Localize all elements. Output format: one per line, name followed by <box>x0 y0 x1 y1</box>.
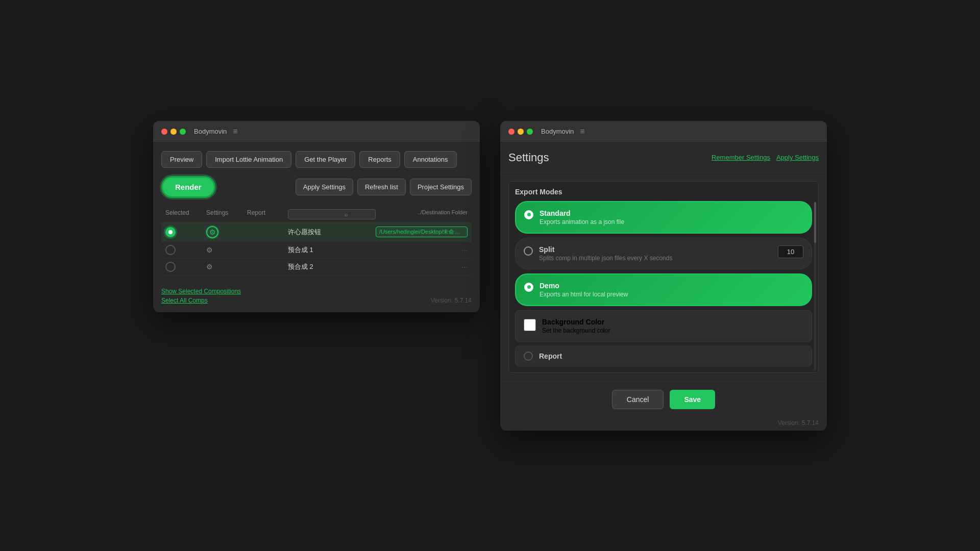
comp-name-1: 许心愿按钮 <box>288 228 376 237</box>
right-titlebar: Bodymovin ≡ <box>500 121 827 143</box>
background-color-option[interactable]: Background Color Set the background colo… <box>515 310 812 342</box>
apply-settings-button[interactable]: Apply Settings <box>296 179 353 195</box>
menu-icon[interactable]: ≡ <box>233 127 237 136</box>
scrollbar-track[interactable] <box>814 202 816 370</box>
save-button[interactable]: Save <box>670 390 715 409</box>
right-version: Version: 5.7.14 <box>500 417 827 431</box>
comp-name-2: 预合成 1 <box>288 245 376 255</box>
standard-desc: Exports animation as a json file <box>540 218 803 226</box>
table-row: ⚙ 许心愿按钮 /Users/hedinglei/Desktop/未命名文件夹/… <box>161 223 472 242</box>
comp-name-3: 预合成 2 <box>288 262 376 271</box>
settings-actions: Remember Settings Apply Settings <box>712 154 819 161</box>
search-input[interactable] <box>291 211 342 218</box>
export-option-split[interactable]: Split Splits comp in multiple json files… <box>515 238 812 269</box>
version-text: Version: 5.7.14 <box>431 297 472 304</box>
demo-radio[interactable] <box>524 283 533 292</box>
comp-more-2[interactable]: ··· <box>376 246 468 254</box>
settings-header: Settings Remember Settings Apply Setting… <box>500 143 827 173</box>
right-traffic-lights <box>508 129 533 135</box>
report-label: Report <box>539 352 562 360</box>
split-input[interactable] <box>778 245 803 258</box>
export-option-standard[interactable]: Standard Exports animation as a json fil… <box>515 201 812 234</box>
standard-info: Standard Exports animation as a json fil… <box>540 209 803 226</box>
show-selected-link[interactable]: Show Selected Compositions <box>161 288 241 295</box>
table-row: ⚙ 预合成 1 ··· <box>161 242 472 259</box>
table-header: Selected Settings Report ⌕ ../Destinatio… <box>161 206 472 223</box>
remember-settings-link[interactable]: Remember Settings <box>712 154 770 161</box>
name-search[interactable]: ⌕ <box>288 209 376 219</box>
standard-radio[interactable] <box>524 210 533 219</box>
split-name: Split <box>539 245 772 254</box>
select-radio-2[interactable] <box>165 245 176 255</box>
cancel-button[interactable]: Cancel <box>612 390 664 409</box>
bg-color-desc: Set the background color <box>542 327 803 334</box>
settings-title: Settings <box>508 151 549 164</box>
select-all-link[interactable]: Select All Comps <box>161 297 241 304</box>
settings-gear-1[interactable]: ⚙ <box>206 226 218 238</box>
col-destination: ../Destination Folder <box>376 209 468 219</box>
export-modes-title: Export Modes <box>515 188 812 196</box>
right-minimize-button[interactable] <box>518 129 524 135</box>
app-name: Bodymovin <box>194 128 227 135</box>
reports-button[interactable]: Reports <box>359 151 400 168</box>
close-button[interactable] <box>161 129 167 135</box>
report-radio[interactable] <box>524 352 533 361</box>
maximize-button[interactable] <box>180 129 186 135</box>
import-button[interactable]: Import Lottie Animation <box>206 151 291 168</box>
refresh-list-button[interactable]: Refresh list <box>357 179 406 195</box>
demo-name: Demo <box>540 282 803 290</box>
render-button[interactable]: Render <box>161 176 215 198</box>
report-section[interactable]: Report <box>515 346 812 366</box>
export-option-demo[interactable]: Demo Exports an html for local preview <box>515 273 812 306</box>
settings-gear-3[interactable]: ⚙ <box>206 263 213 271</box>
bg-color-name: Background Color <box>542 318 803 326</box>
select-radio-3[interactable] <box>165 262 176 272</box>
preview-button[interactable]: Preview <box>161 151 202 168</box>
bg-color-info: Background Color Set the background colo… <box>542 318 803 334</box>
bottom-links: Show Selected Compositions Select All Co… <box>161 288 241 304</box>
scrollbar-thumb[interactable] <box>814 202 816 243</box>
annotations-button[interactable]: Annotations <box>404 151 457 168</box>
standard-name: Standard <box>540 209 803 217</box>
export-modes-section: Export Modes Standard Exports animation … <box>508 181 819 373</box>
demo-desc: Exports an html for local preview <box>540 291 803 298</box>
action-buttons: Apply Settings Refresh list Project Sett… <box>296 179 472 195</box>
split-radio[interactable] <box>524 246 533 256</box>
right-close-button[interactable] <box>508 129 514 135</box>
select-radio-1[interactable] <box>165 227 176 237</box>
table-row: ⚙ 预合成 2 ··· <box>161 259 472 276</box>
split-desc: Splits comp in multiple json files every… <box>539 255 772 262</box>
col-selected: Selected <box>165 209 206 219</box>
right-window: Bodymovin ≡ Settings Remember Settings A… <box>500 121 827 431</box>
demo-info: Demo Exports an html for local preview <box>540 282 803 298</box>
comp-path-1: /Users/hedinglei/Desktop/未命名文件夹/data.jso… <box>376 227 468 237</box>
split-info: Split Splits comp in multiple json files… <box>539 245 772 262</box>
left-window: Bodymovin ≡ Preview Import Lottie Animat… <box>153 121 480 312</box>
minimize-button[interactable] <box>170 129 177 135</box>
get-player-button[interactable]: Get the Player <box>296 151 355 168</box>
color-swatch[interactable] <box>524 319 536 331</box>
settings-gear-2[interactable]: ⚙ <box>206 246 213 254</box>
apply-settings-link[interactable]: Apply Settings <box>776 154 819 161</box>
traffic-lights <box>161 129 186 135</box>
top-nav-buttons: Preview Import Lottie Animation Get the … <box>161 151 472 168</box>
col-report: Report <box>247 209 288 219</box>
right-app-name: Bodymovin <box>541 128 574 135</box>
right-maximize-button[interactable] <box>527 129 533 135</box>
comp-more-3[interactable]: ··· <box>376 263 468 271</box>
search-icon: ⌕ <box>345 211 348 217</box>
bottom-bar: Show Selected Compositions Select All Co… <box>153 284 480 312</box>
left-titlebar: Bodymovin ≡ <box>153 121 480 143</box>
dialog-footer: Cancel Save <box>500 381 827 417</box>
col-settings: Settings <box>206 209 247 219</box>
render-section: Render Apply Settings Refresh list Proje… <box>161 176 472 198</box>
right-menu-icon[interactable]: ≡ <box>580 127 584 136</box>
project-settings-button[interactable]: Project Settings <box>410 179 472 195</box>
